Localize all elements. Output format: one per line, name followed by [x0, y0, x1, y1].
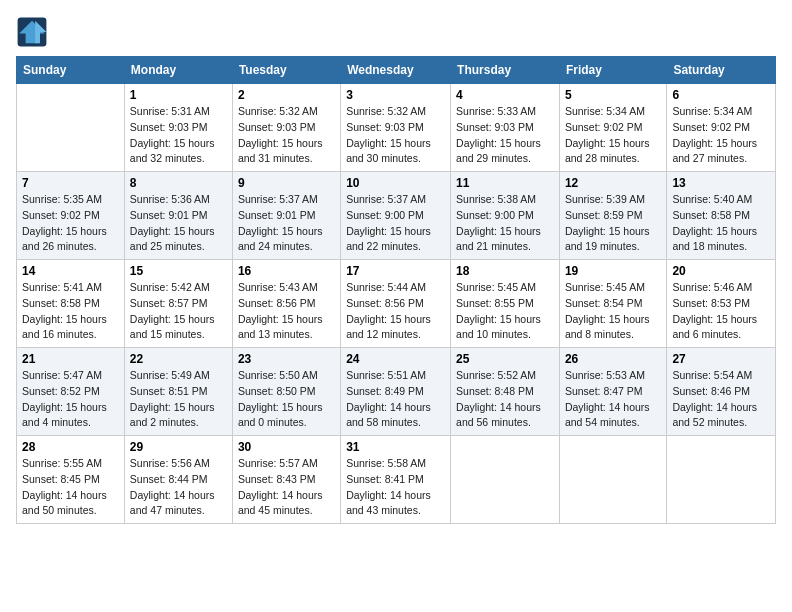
day-cell: 20Sunrise: 5:46 AMSunset: 8:53 PMDayligh… [667, 260, 776, 348]
day-number: 6 [672, 88, 770, 102]
day-cell: 19Sunrise: 5:45 AMSunset: 8:54 PMDayligh… [559, 260, 666, 348]
weekday-header-row: SundayMondayTuesdayWednesdayThursdayFrid… [17, 57, 776, 84]
day-number: 25 [456, 352, 554, 366]
calendar-page: SundayMondayTuesdayWednesdayThursdayFrid… [0, 0, 792, 612]
day-cell: 17Sunrise: 5:44 AMSunset: 8:56 PMDayligh… [341, 260, 451, 348]
day-cell: 18Sunrise: 5:45 AMSunset: 8:55 PMDayligh… [451, 260, 560, 348]
day-number: 3 [346, 88, 445, 102]
day-cell: 13Sunrise: 5:40 AMSunset: 8:58 PMDayligh… [667, 172, 776, 260]
weekday-header-tuesday: Tuesday [232, 57, 340, 84]
day-cell: 3Sunrise: 5:32 AMSunset: 9:03 PMDaylight… [341, 84, 451, 172]
day-cell: 11Sunrise: 5:38 AMSunset: 9:00 PMDayligh… [451, 172, 560, 260]
day-info: Sunrise: 5:45 AMSunset: 8:55 PMDaylight:… [456, 280, 554, 343]
weekday-header-wednesday: Wednesday [341, 57, 451, 84]
day-info: Sunrise: 5:37 AMSunset: 9:00 PMDaylight:… [346, 192, 445, 255]
day-number: 23 [238, 352, 335, 366]
day-info: Sunrise: 5:58 AMSunset: 8:41 PMDaylight:… [346, 456, 445, 519]
day-number: 21 [22, 352, 119, 366]
day-info: Sunrise: 5:35 AMSunset: 9:02 PMDaylight:… [22, 192, 119, 255]
logo [16, 16, 52, 48]
day-number: 24 [346, 352, 445, 366]
day-number: 28 [22, 440, 119, 454]
day-cell: 8Sunrise: 5:36 AMSunset: 9:01 PMDaylight… [124, 172, 232, 260]
day-number: 29 [130, 440, 227, 454]
day-cell: 16Sunrise: 5:43 AMSunset: 8:56 PMDayligh… [232, 260, 340, 348]
day-cell: 12Sunrise: 5:39 AMSunset: 8:59 PMDayligh… [559, 172, 666, 260]
day-cell: 21Sunrise: 5:47 AMSunset: 8:52 PMDayligh… [17, 348, 125, 436]
day-info: Sunrise: 5:32 AMSunset: 9:03 PMDaylight:… [346, 104, 445, 167]
day-info: Sunrise: 5:53 AMSunset: 8:47 PMDaylight:… [565, 368, 661, 431]
day-info: Sunrise: 5:54 AMSunset: 8:46 PMDaylight:… [672, 368, 770, 431]
day-info: Sunrise: 5:46 AMSunset: 8:53 PMDaylight:… [672, 280, 770, 343]
day-number: 4 [456, 88, 554, 102]
day-info: Sunrise: 5:40 AMSunset: 8:58 PMDaylight:… [672, 192, 770, 255]
day-number: 30 [238, 440, 335, 454]
week-row-5: 28Sunrise: 5:55 AMSunset: 8:45 PMDayligh… [17, 436, 776, 524]
week-row-4: 21Sunrise: 5:47 AMSunset: 8:52 PMDayligh… [17, 348, 776, 436]
day-info: Sunrise: 5:33 AMSunset: 9:03 PMDaylight:… [456, 104, 554, 167]
day-number: 11 [456, 176, 554, 190]
day-number: 15 [130, 264, 227, 278]
day-cell: 10Sunrise: 5:37 AMSunset: 9:00 PMDayligh… [341, 172, 451, 260]
day-info: Sunrise: 5:43 AMSunset: 8:56 PMDaylight:… [238, 280, 335, 343]
logo-icon [16, 16, 48, 48]
day-info: Sunrise: 5:31 AMSunset: 9:03 PMDaylight:… [130, 104, 227, 167]
day-number: 27 [672, 352, 770, 366]
day-cell [451, 436, 560, 524]
day-number: 18 [456, 264, 554, 278]
day-info: Sunrise: 5:44 AMSunset: 8:56 PMDaylight:… [346, 280, 445, 343]
day-number: 8 [130, 176, 227, 190]
day-cell: 4Sunrise: 5:33 AMSunset: 9:03 PMDaylight… [451, 84, 560, 172]
day-number: 22 [130, 352, 227, 366]
day-cell: 25Sunrise: 5:52 AMSunset: 8:48 PMDayligh… [451, 348, 560, 436]
day-number: 10 [346, 176, 445, 190]
day-cell: 15Sunrise: 5:42 AMSunset: 8:57 PMDayligh… [124, 260, 232, 348]
day-cell [17, 84, 125, 172]
day-cell: 14Sunrise: 5:41 AMSunset: 8:58 PMDayligh… [17, 260, 125, 348]
day-number: 13 [672, 176, 770, 190]
day-cell: 31Sunrise: 5:58 AMSunset: 8:41 PMDayligh… [341, 436, 451, 524]
weekday-header-monday: Monday [124, 57, 232, 84]
day-info: Sunrise: 5:34 AMSunset: 9:02 PMDaylight:… [672, 104, 770, 167]
day-cell: 5Sunrise: 5:34 AMSunset: 9:02 PMDaylight… [559, 84, 666, 172]
day-cell [667, 436, 776, 524]
header [16, 16, 776, 48]
day-number: 20 [672, 264, 770, 278]
day-info: Sunrise: 5:42 AMSunset: 8:57 PMDaylight:… [130, 280, 227, 343]
day-number: 17 [346, 264, 445, 278]
day-info: Sunrise: 5:56 AMSunset: 8:44 PMDaylight:… [130, 456, 227, 519]
day-number: 19 [565, 264, 661, 278]
week-row-2: 7Sunrise: 5:35 AMSunset: 9:02 PMDaylight… [17, 172, 776, 260]
day-info: Sunrise: 5:34 AMSunset: 9:02 PMDaylight:… [565, 104, 661, 167]
day-cell: 27Sunrise: 5:54 AMSunset: 8:46 PMDayligh… [667, 348, 776, 436]
day-info: Sunrise: 5:47 AMSunset: 8:52 PMDaylight:… [22, 368, 119, 431]
day-number: 2 [238, 88, 335, 102]
day-number: 16 [238, 264, 335, 278]
day-info: Sunrise: 5:55 AMSunset: 8:45 PMDaylight:… [22, 456, 119, 519]
day-cell: 29Sunrise: 5:56 AMSunset: 8:44 PMDayligh… [124, 436, 232, 524]
day-number: 14 [22, 264, 119, 278]
day-cell: 23Sunrise: 5:50 AMSunset: 8:50 PMDayligh… [232, 348, 340, 436]
day-info: Sunrise: 5:37 AMSunset: 9:01 PMDaylight:… [238, 192, 335, 255]
day-info: Sunrise: 5:57 AMSunset: 8:43 PMDaylight:… [238, 456, 335, 519]
day-number: 12 [565, 176, 661, 190]
day-info: Sunrise: 5:49 AMSunset: 8:51 PMDaylight:… [130, 368, 227, 431]
day-info: Sunrise: 5:50 AMSunset: 8:50 PMDaylight:… [238, 368, 335, 431]
day-cell: 7Sunrise: 5:35 AMSunset: 9:02 PMDaylight… [17, 172, 125, 260]
day-cell: 2Sunrise: 5:32 AMSunset: 9:03 PMDaylight… [232, 84, 340, 172]
day-cell: 28Sunrise: 5:55 AMSunset: 8:45 PMDayligh… [17, 436, 125, 524]
weekday-header-thursday: Thursday [451, 57, 560, 84]
day-cell: 9Sunrise: 5:37 AMSunset: 9:01 PMDaylight… [232, 172, 340, 260]
day-cell: 6Sunrise: 5:34 AMSunset: 9:02 PMDaylight… [667, 84, 776, 172]
week-row-3: 14Sunrise: 5:41 AMSunset: 8:58 PMDayligh… [17, 260, 776, 348]
day-info: Sunrise: 5:52 AMSunset: 8:48 PMDaylight:… [456, 368, 554, 431]
day-info: Sunrise: 5:45 AMSunset: 8:54 PMDaylight:… [565, 280, 661, 343]
day-number: 7 [22, 176, 119, 190]
day-cell: 24Sunrise: 5:51 AMSunset: 8:49 PMDayligh… [341, 348, 451, 436]
day-cell: 1Sunrise: 5:31 AMSunset: 9:03 PMDaylight… [124, 84, 232, 172]
weekday-header-friday: Friday [559, 57, 666, 84]
day-info: Sunrise: 5:39 AMSunset: 8:59 PMDaylight:… [565, 192, 661, 255]
day-cell: 26Sunrise: 5:53 AMSunset: 8:47 PMDayligh… [559, 348, 666, 436]
weekday-header-sunday: Sunday [17, 57, 125, 84]
day-number: 31 [346, 440, 445, 454]
